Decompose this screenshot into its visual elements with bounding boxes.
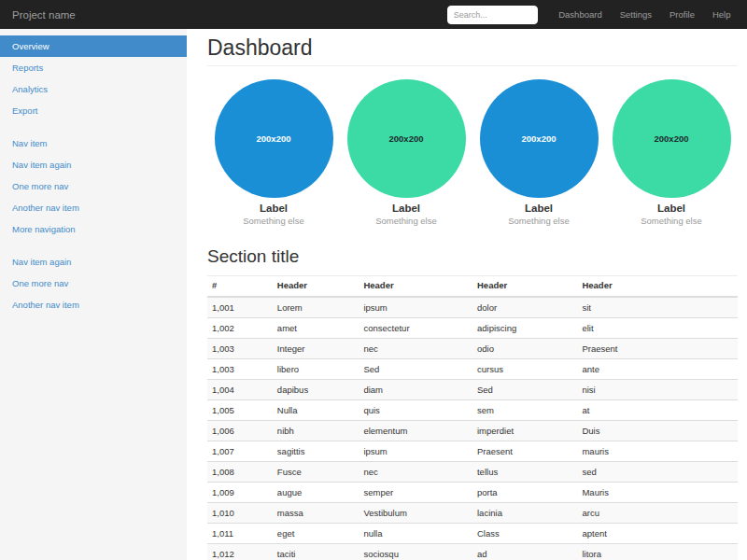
table-header-row: #HeaderHeaderHeaderHeader [207, 276, 738, 298]
placeholder-circle-image: 200x200 [613, 79, 731, 198]
table-row: 1,007sagittisipsumPraesentmauris [207, 441, 738, 462]
table-row: 1,011egetnullaClassaptent [207, 524, 738, 544]
table-cell: Sed [472, 380, 577, 400]
sidebar-nav-item-wrap: Export [0, 100, 187, 121]
sidebar: OverviewReportsAnalyticsExportNav itemNa… [0, 29, 187, 560]
sidebar-item-overview[interactable]: Overview [0, 35, 187, 57]
sidebar-item-one-more-nav[interactable]: One more nav [0, 175, 187, 197]
data-table: #HeaderHeaderHeaderHeader 1,001Loremipsu… [207, 275, 738, 560]
card-sublabel: Something else [605, 216, 738, 226]
table-header-cell: Header [577, 276, 738, 298]
search-input[interactable] [447, 6, 538, 24]
sidebar-item-another-nav-item[interactable]: Another nav item [0, 294, 187, 315]
table-cell: 1,003 [207, 339, 273, 359]
table-cell: 1,007 [207, 441, 273, 462]
table-row: 1,008Fuscenectellussed [207, 462, 738, 483]
table-row: 1,006nibhelementumimperdietDuis [207, 421, 738, 441]
table-cell: porta [472, 483, 577, 503]
table-cell: Fusce [273, 462, 359, 483]
table-cell: taciti [273, 544, 359, 560]
table-cell: 1,011 [207, 524, 273, 544]
table-row: 1,004dapibusdiamSednisi [207, 380, 738, 400]
table-cell: odio [472, 339, 577, 359]
sidebar-item-reports[interactable]: Reports [0, 57, 187, 78]
table-cell: Sed [359, 359, 472, 380]
card-label: Label [340, 203, 472, 214]
table-cell: massa [273, 503, 359, 524]
table-cell: sagittis [273, 441, 359, 462]
table-head: #HeaderHeaderHeaderHeader [207, 276, 738, 298]
placeholder-card: 200x200LabelSomething else [605, 79, 738, 226]
table-header-cell: Header [472, 276, 577, 298]
sidebar-item-nav-item-again[interactable]: Nav item again [0, 251, 187, 273]
table-cell: nulla [359, 524, 472, 544]
table-cell: dapibus [273, 380, 359, 400]
table-cell: at [577, 400, 738, 421]
table-cell: litora [577, 544, 738, 560]
table-cell: 1,006 [207, 421, 273, 441]
table-cell: 1,005 [207, 400, 273, 421]
app-body: OverviewReportsAnalyticsExportNav itemNa… [0, 29, 747, 560]
brand[interactable]: Project name [0, 9, 76, 21]
table-header-cell: # [207, 276, 273, 298]
sidebar-item-export[interactable]: Export [0, 100, 187, 121]
table-cell: sociosqu [359, 544, 472, 560]
sidebar-nav-item-wrap: Analytics [0, 78, 187, 100]
table-cell: ante [577, 359, 738, 380]
table-cell: ipsum [359, 297, 472, 318]
sidebar-item-analytics[interactable]: Analytics [0, 78, 187, 100]
top-navbar: Project name DashboardSettingsProfileHel… [0, 0, 747, 29]
sidebar-nav-item-wrap: Nav item again [0, 154, 187, 175]
table-cell: adipiscing [472, 318, 577, 339]
sidebar-item-nav-item-again[interactable]: Nav item again [0, 154, 187, 175]
table-cell: nec [359, 462, 472, 483]
table-cell: semper [359, 483, 472, 503]
sidebar-nav-item-wrap: Overview [0, 35, 187, 57]
table-cell: nisi [577, 380, 738, 400]
sidebar-item-one-more-nav[interactable]: One more nav [0, 273, 187, 294]
sidebar-nav-item-wrap: More navigation [0, 218, 187, 240]
table-cell: 1,003 [207, 359, 273, 380]
table-cell: ad [472, 544, 577, 560]
sidebar-nav-item-wrap: Nav item [0, 133, 187, 154]
sidebar-nav-item-wrap: One more nav [0, 175, 187, 197]
table-cell: Praesent [472, 441, 577, 462]
placeholder-card: 200x200LabelSomething else [340, 79, 472, 226]
navbar-link-settings[interactable]: Settings [611, 9, 660, 20]
placeholder-card: 200x200LabelSomething else [207, 79, 340, 226]
table-header-cell: Header [273, 276, 359, 298]
placeholder-circle-image: 200x200 [215, 79, 333, 198]
sidebar-nav-item-wrap: Another nav item [0, 197, 187, 218]
table-row: 1,003liberoSedcursusante [207, 359, 738, 380]
table-cell: elementum [359, 421, 472, 441]
table-body: 1,001Loremipsumdolorsit1,002ametconsecte… [207, 297, 738, 560]
table-cell: tellus [472, 462, 577, 483]
table-cell: eget [273, 524, 359, 544]
card-label: Label [472, 203, 605, 214]
card-sublabel: Something else [207, 216, 340, 226]
table-cell: lacinia [472, 503, 577, 524]
navbar-links: DashboardSettingsProfileHelp [550, 9, 740, 20]
page-title: Dashboard [207, 36, 738, 66]
table-cell: sed [577, 462, 738, 483]
table-cell: elit [577, 318, 738, 339]
table-header-cell: Header [359, 276, 472, 298]
card-sublabel: Something else [340, 216, 472, 226]
table-cell: 1,004 [207, 380, 273, 400]
navbar-link-profile[interactable]: Profile [661, 9, 704, 20]
table-cell: diam [359, 380, 472, 400]
navbar-right: DashboardSettingsProfileHelp [447, 6, 747, 24]
table-cell: sem [472, 400, 577, 421]
sidebar-item-another-nav-item[interactable]: Another nav item [0, 197, 187, 218]
placeholder-card: 200x200LabelSomething else [472, 79, 605, 226]
cards-row: 200x200LabelSomething else200x200LabelSo… [207, 79, 738, 226]
navbar-link-dashboard[interactable]: Dashboard [550, 9, 611, 20]
table-cell: 1,010 [207, 503, 273, 524]
table-cell: libero [273, 359, 359, 380]
sidebar-item-nav-item[interactable]: Nav item [0, 133, 187, 154]
navbar-link-help[interactable]: Help [703, 9, 740, 20]
table-row: 1,001Loremipsumdolorsit [207, 297, 738, 318]
card-sublabel: Something else [472, 216, 605, 226]
table-cell: 1,008 [207, 462, 273, 483]
sidebar-item-more-navigation[interactable]: More navigation [0, 218, 187, 240]
